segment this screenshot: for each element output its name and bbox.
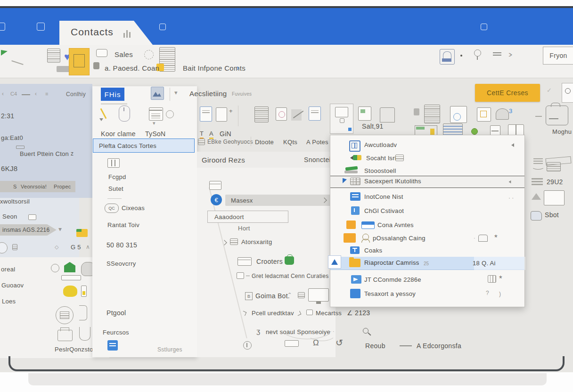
search-box-right[interactable] — [562, 83, 573, 103]
arrow-glyph: › — [508, 49, 513, 59]
group-icon-tile2[interactable] — [309, 106, 321, 121]
key-stem — [477, 56, 478, 60]
pencil-tip — [99, 118, 103, 121]
picture-icon[interactable] — [151, 87, 164, 100]
cette-creses-button[interactable]: CettE Creses — [475, 84, 540, 102]
menu-item-cixeoas[interactable]: Cixeoas — [122, 204, 145, 212]
pcell-label[interactable]: Pcell uredtktav — [252, 310, 294, 317]
window-yellow-icon[interactable] — [477, 107, 491, 122]
menu-item[interactable]: Cona Avntes — [330, 219, 524, 232]
group-box-selected[interactable] — [330, 104, 353, 134]
left-gray-bar: S Veonrsoia! Propec — [0, 181, 75, 192]
group-icon-tile1[interactable] — [200, 106, 212, 122]
mask-input[interactable]: Masesx — [225, 195, 331, 206]
gear-icon[interactable] — [144, 50, 154, 59]
file-button[interactable]: FHis — [101, 88, 124, 101]
arrow-left-icon — [511, 143, 514, 147]
jar-mark — [82, 291, 85, 295]
thumb-icon[interactable] — [531, 211, 542, 220]
menu-item[interactable]: Socaht lsri — [330, 152, 524, 165]
camera-icon[interactable] — [546, 106, 568, 125]
pencil-icon[interactable] — [100, 108, 107, 119]
list-icon[interactable] — [47, 49, 60, 63]
font-t-icon[interactable]: T — [200, 130, 204, 139]
paren-glyph: ) — [499, 291, 501, 297]
group-icon-slash[interactable] — [291, 109, 302, 121]
window-icon-left[interactable] — [0, 23, 5, 31]
person-body-icon — [361, 239, 370, 243]
hort-label: Hort — [238, 225, 250, 232]
check-icon: ✓ — [547, 87, 552, 94]
list-item-guoaov[interactable]: Guoaov — [1, 282, 24, 289]
menu-item-rantat[interactable]: Rantat Toiv — [107, 221, 139, 229]
tag-chevron-icon[interactable]: ▾ — [58, 225, 62, 233]
input-chevron-icon[interactable] — [321, 197, 327, 203]
list-item-oreal[interactable]: oreal — [1, 266, 15, 273]
stroke-decoration — [11, 60, 23, 65]
menu-item[interactable]: pOssalangh Caing · * — [330, 232, 524, 245]
pin-icon[interactable] — [159, 24, 166, 30]
settings-icon[interactable] — [481, 24, 487, 30]
app-icon[interactable] — [37, 23, 45, 31]
tab-contacts[interactable]: Contacts — [59, 21, 153, 45]
buert-z: z — [71, 150, 74, 157]
heading-chevron-icon[interactable]: ▾ — [174, 89, 178, 96]
tag-shape[interactable]: insmas AGS.2216 — [0, 224, 57, 236]
menu-item[interactable]: ChGl Cstivaot — [330, 205, 524, 218]
chevron-up-icon[interactable]: ∧ — [86, 244, 90, 250]
list-item-loes[interactable]: Loes — [2, 298, 16, 305]
printer-icon — [57, 330, 73, 341]
hand-bell-icon[interactable] — [496, 108, 509, 120]
goima-label[interactable]: Goima Bot. — [255, 292, 290, 300]
selected-row[interactable]: Plefta Catocs Tortes — [93, 139, 195, 153]
undo-icon[interactable]: ↺ — [336, 337, 343, 348]
menu-item-sseovcrry[interactable]: SSeovcrry — [106, 260, 136, 267]
mouse-icon[interactable] — [119, 106, 130, 122]
menu-item[interactable]: JT CConmde 2286e * — [330, 274, 524, 287]
rect-pair-icon[interactable] — [285, 340, 299, 347]
people-icon — [478, 235, 488, 242]
group-icon-c1[interactable] — [358, 106, 371, 121]
window-g-icon[interactable] — [450, 106, 467, 123]
menu-item-sutet[interactable]: Sutet — [108, 185, 123, 192]
group-icon-monitor1[interactable] — [254, 106, 269, 122]
calendar-chevron-icon[interactable]: ▾ — [153, 120, 156, 126]
tab-label: Contacts — [71, 26, 114, 38]
menu-item-emphasized[interactable]: Sacexpert lKutoliths — [330, 176, 524, 188]
speech-bubble-icon[interactable] — [96, 49, 107, 57]
crooters-icon — [237, 257, 252, 266]
font-a-icon[interactable]: A — [209, 130, 213, 139]
file-panel: FHis ▾ Aecslietiing Fuvuives ▾ Koor clam… — [92, 86, 197, 357]
menu-item-ptgool[interactable]: Ptgool — [106, 309, 126, 317]
menu-item[interactable]: Awcutloadv — [330, 139, 524, 152]
info-circle-icon[interactable] — [243, 341, 252, 350]
menu-item[interactable]: InotCone Nist · · — [330, 191, 524, 204]
menu-item[interactable]: Coaks — [330, 245, 524, 257]
panel-footer: Sstlurges — [157, 346, 182, 353]
calendar-icon[interactable] — [149, 107, 163, 121]
menu-item-fcgpd[interactable]: Fcgpd — [108, 173, 126, 180]
chevron-right-icon[interactable]: › — [237, 63, 239, 73]
folder-green-yellow-icon[interactable] — [76, 229, 88, 237]
group-icon-building[interactable] — [380, 107, 395, 122]
crooters-label[interactable]: Crooters — [256, 258, 283, 265]
lock-icon[interactable] — [440, 49, 455, 65]
group-icon-clipboard[interactable] — [216, 107, 227, 122]
ators-label[interactable]: Atorsxaritg — [241, 238, 272, 245]
mecartss-label[interactable]: Mecartss — [316, 310, 342, 317]
menu-item[interactable]: Tesaxort a yessoy ? ) — [330, 288, 524, 301]
menu-item-feurcsos[interactable]: Feurcsos — [103, 329, 129, 336]
key-icon[interactable] — [474, 49, 481, 57]
doc-pair-icon[interactable] — [424, 105, 440, 123]
euro-circle-icon: € — [211, 194, 222, 205]
aaadoot-input[interactable]: Aaaodoort — [207, 211, 288, 223]
bell-icon[interactable]: Ω — [313, 338, 319, 348]
menu-item-nums[interactable]: 50 80 315 — [106, 241, 137, 249]
gret-icon — [237, 272, 244, 279]
group-icon-e[interactable] — [276, 107, 287, 121]
folder-tile-icon[interactable] — [69, 48, 90, 75]
gret-label[interactable]: Gret ledacmat Cenn Curaties — [252, 273, 329, 279]
titlebar: Contacts — [0, 8, 573, 45]
menu-item-selected[interactable]: Riaproctar Camriss 25 18 Q. Ai — [330, 257, 524, 270]
fryon-button[interactable]: Fryon — [543, 47, 573, 65]
